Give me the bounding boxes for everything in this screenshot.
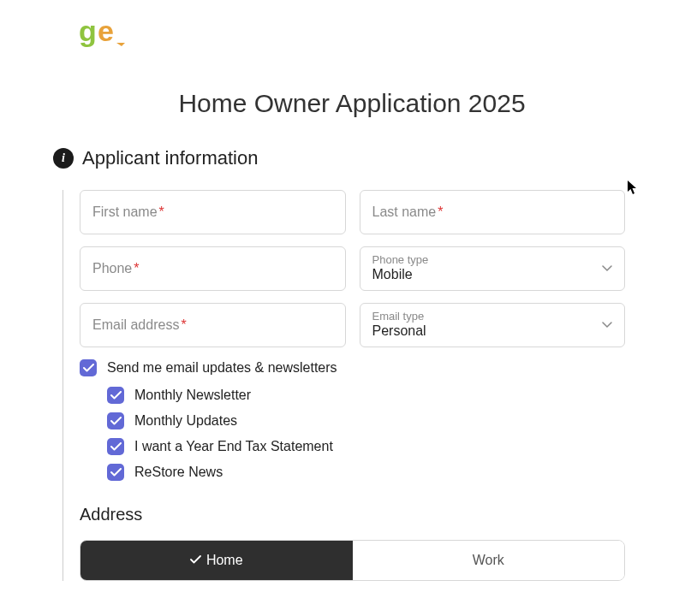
email-type-label: Email type (372, 310, 613, 323)
sub-checkbox-monthly-newsletter[interactable] (107, 387, 124, 404)
svg-text:e: e (98, 15, 114, 47)
sub-checkbox-tax-statement[interactable] (107, 438, 124, 455)
section-heading-address: Address (80, 505, 625, 524)
phone-type-value: Mobile (372, 266, 613, 284)
chevron-down-icon (602, 322, 612, 329)
sub-checkbox-restore-news[interactable] (107, 464, 124, 481)
sub-label: Monthly Updates (134, 413, 237, 429)
tab-home-label: Home (206, 553, 243, 568)
phone-field[interactable]: Phone* (80, 246, 346, 291)
sub-label: I want a Year End Tax Statement (134, 439, 333, 454)
chevron-down-icon (602, 265, 612, 272)
email-type-select[interactable]: Email type Personal (360, 303, 626, 347)
first-name-label: First name* (92, 204, 164, 220)
brand-logo: g e (79, 15, 130, 53)
newsletter-label: Send me email updates & newsletters (107, 360, 337, 376)
email-field[interactable]: Email address* (80, 303, 346, 347)
phone-label: Phone* (92, 261, 140, 276)
address-tabs: Home Work (80, 540, 625, 581)
info-icon: i (53, 148, 74, 169)
first-name-field[interactable]: First name* (80, 190, 346, 234)
last-name-label: Last name* (372, 204, 444, 220)
phone-type-select[interactable]: Phone type Mobile (360, 246, 626, 291)
sub-label: Monthly Newsletter (134, 388, 251, 403)
phone-type-label: Phone type (372, 253, 613, 267)
last-name-field[interactable]: Last name* (360, 190, 626, 234)
newsletter-checkbox[interactable] (80, 359, 97, 376)
check-icon (190, 553, 201, 568)
svg-text:g: g (79, 15, 97, 47)
mouse-cursor-icon (627, 180, 639, 198)
page-title: Home Owner Application 2025 (79, 89, 625, 118)
section-heading-applicant: Applicant information (82, 147, 258, 169)
tab-work-label: Work (473, 553, 504, 568)
tab-home[interactable]: Home (80, 541, 353, 580)
sub-checkbox-monthly-updates[interactable] (107, 412, 124, 429)
tab-work[interactable]: Work (353, 541, 625, 580)
sub-label: ReStore News (134, 465, 223, 480)
email-type-value: Personal (372, 323, 613, 341)
email-label: Email address* (92, 317, 187, 333)
